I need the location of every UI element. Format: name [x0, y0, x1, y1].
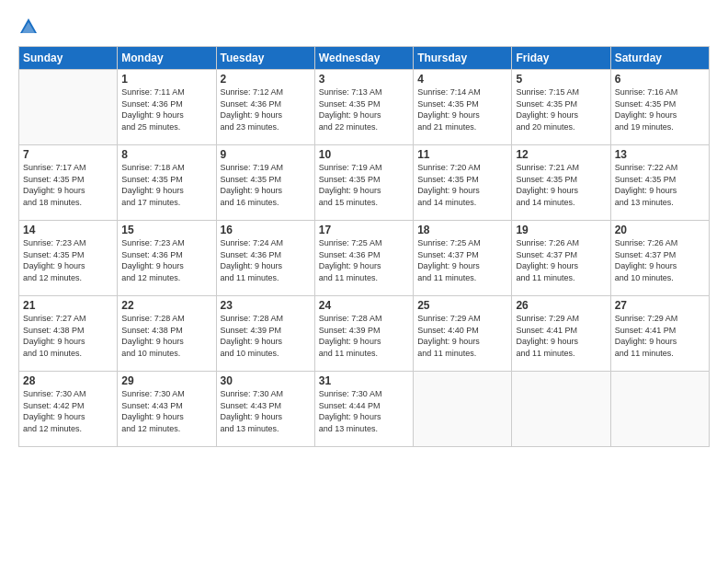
day-info: Sunrise: 7:29 AM Sunset: 4:41 PM Dayligh…: [516, 313, 606, 359]
day-number: 30: [221, 374, 311, 387]
day-cell: 22Sunrise: 7:28 AM Sunset: 4:38 PM Dayli…: [118, 296, 216, 372]
day-cell: 6Sunrise: 7:16 AM Sunset: 4:35 PM Daylig…: [610, 70, 709, 145]
day-cell: 15Sunrise: 7:23 AM Sunset: 4:36 PM Dayli…: [118, 221, 216, 296]
day-cell: 5Sunrise: 7:15 AM Sunset: 4:35 PM Daylig…: [512, 70, 610, 145]
day-cell: 23Sunrise: 7:28 AM Sunset: 4:39 PM Dayli…: [216, 296, 314, 372]
day-number: 3: [319, 73, 409, 86]
day-number: 18: [417, 224, 507, 236]
day-info: Sunrise: 7:30 AM Sunset: 4:43 PM Dayligh…: [221, 388, 311, 434]
day-info: Sunrise: 7:23 AM Sunset: 4:35 PM Dayligh…: [23, 237, 113, 283]
day-info: Sunrise: 7:28 AM Sunset: 4:39 PM Dayligh…: [221, 313, 311, 359]
week-row-4: 28Sunrise: 7:30 AM Sunset: 4:42 PM Dayli…: [19, 372, 710, 447]
day-number: 28: [23, 374, 113, 387]
day-info: Sunrise: 7:25 AM Sunset: 4:36 PM Dayligh…: [319, 237, 409, 283]
day-cell: 20Sunrise: 7:26 AM Sunset: 4:37 PM Dayli…: [610, 221, 709, 296]
day-number: 14: [23, 224, 113, 236]
day-number: 23: [221, 299, 311, 312]
day-number: 8: [121, 148, 211, 161]
day-cell: 13Sunrise: 7:22 AM Sunset: 4:35 PM Dayli…: [610, 145, 709, 221]
day-cell: 25Sunrise: 7:29 AM Sunset: 4:40 PM Dayli…: [414, 296, 512, 372]
weekday-header-sunday: Sunday: [19, 47, 118, 70]
day-number: 19: [516, 224, 606, 236]
day-number: 26: [516, 299, 606, 312]
day-number: 5: [516, 73, 606, 86]
day-info: Sunrise: 7:29 AM Sunset: 4:41 PM Dayligh…: [615, 313, 705, 359]
day-info: Sunrise: 7:23 AM Sunset: 4:36 PM Dayligh…: [121, 237, 211, 283]
day-cell: 24Sunrise: 7:28 AM Sunset: 4:39 PM Dayli…: [314, 296, 413, 372]
weekday-header-monday: Monday: [118, 47, 216, 70]
day-cell: 28Sunrise: 7:30 AM Sunset: 4:42 PM Dayli…: [19, 372, 118, 447]
logo-icon: [18, 17, 39, 37]
day-info: Sunrise: 7:21 AM Sunset: 4:35 PM Dayligh…: [516, 162, 606, 208]
day-cell: 4Sunrise: 7:14 AM Sunset: 4:35 PM Daylig…: [414, 70, 512, 145]
day-cell: 8Sunrise: 7:18 AM Sunset: 4:35 PM Daylig…: [118, 145, 216, 221]
day-number: 1: [121, 73, 211, 86]
day-cell: 16Sunrise: 7:24 AM Sunset: 4:36 PM Dayli…: [216, 221, 314, 296]
weekday-header-saturday: Saturday: [610, 47, 709, 70]
day-number: 20: [615, 224, 705, 236]
day-number: 4: [417, 73, 507, 86]
weekday-header-thursday: Thursday: [414, 47, 512, 70]
day-number: 7: [23, 148, 113, 161]
day-cell: 2Sunrise: 7:12 AM Sunset: 4:36 PM Daylig…: [216, 70, 314, 145]
day-info: Sunrise: 7:11 AM Sunset: 4:36 PM Dayligh…: [121, 86, 211, 132]
day-info: Sunrise: 7:17 AM Sunset: 4:35 PM Dayligh…: [23, 162, 113, 208]
day-cell: 31Sunrise: 7:30 AM Sunset: 4:44 PM Dayli…: [314, 372, 413, 447]
day-cell: 21Sunrise: 7:27 AM Sunset: 4:38 PM Dayli…: [19, 296, 118, 372]
day-number: 17: [319, 224, 409, 236]
day-info: Sunrise: 7:24 AM Sunset: 4:36 PM Dayligh…: [221, 237, 311, 283]
day-info: Sunrise: 7:14 AM Sunset: 4:35 PM Dayligh…: [417, 86, 507, 132]
day-cell: 7Sunrise: 7:17 AM Sunset: 4:35 PM Daylig…: [19, 145, 118, 221]
weekday-header-wednesday: Wednesday: [314, 47, 413, 70]
day-info: Sunrise: 7:30 AM Sunset: 4:42 PM Dayligh…: [23, 388, 113, 434]
day-cell: 3Sunrise: 7:13 AM Sunset: 4:35 PM Daylig…: [314, 70, 413, 145]
week-row-3: 21Sunrise: 7:27 AM Sunset: 4:38 PM Dayli…: [19, 296, 710, 372]
day-info: Sunrise: 7:19 AM Sunset: 4:35 PM Dayligh…: [319, 162, 409, 208]
day-cell: 10Sunrise: 7:19 AM Sunset: 4:35 PM Dayli…: [314, 145, 413, 221]
day-cell: 9Sunrise: 7:19 AM Sunset: 4:35 PM Daylig…: [216, 145, 314, 221]
day-number: 27: [615, 299, 705, 312]
day-number: 6: [615, 73, 705, 86]
day-info: Sunrise: 7:15 AM Sunset: 4:35 PM Dayligh…: [516, 86, 606, 132]
day-cell: 1Sunrise: 7:11 AM Sunset: 4:36 PM Daylig…: [118, 70, 216, 145]
day-number: 11: [417, 148, 507, 161]
day-info: Sunrise: 7:29 AM Sunset: 4:40 PM Dayligh…: [417, 313, 507, 359]
day-cell: [512, 372, 610, 447]
day-cell: [414, 372, 512, 447]
day-number: 12: [516, 148, 606, 161]
day-cell: 17Sunrise: 7:25 AM Sunset: 4:36 PM Dayli…: [314, 221, 413, 296]
day-info: Sunrise: 7:28 AM Sunset: 4:39 PM Dayligh…: [319, 313, 409, 359]
logo: [18, 15, 40, 37]
day-info: Sunrise: 7:26 AM Sunset: 4:37 PM Dayligh…: [615, 237, 705, 283]
week-row-0: 1Sunrise: 7:11 AM Sunset: 4:36 PM Daylig…: [19, 70, 710, 145]
day-number: 2: [221, 73, 311, 86]
weekday-header-tuesday: Tuesday: [216, 47, 314, 70]
day-cell: 19Sunrise: 7:26 AM Sunset: 4:37 PM Dayli…: [512, 221, 610, 296]
calendar-table: SundayMondayTuesdayWednesdayThursdayFrid…: [18, 46, 710, 447]
day-cell: [19, 70, 118, 145]
day-info: Sunrise: 7:18 AM Sunset: 4:35 PM Dayligh…: [121, 162, 211, 208]
day-number: 16: [221, 224, 311, 236]
day-cell: 26Sunrise: 7:29 AM Sunset: 4:41 PM Dayli…: [512, 296, 610, 372]
day-info: Sunrise: 7:13 AM Sunset: 4:35 PM Dayligh…: [319, 86, 409, 132]
day-number: 29: [121, 374, 211, 387]
day-info: Sunrise: 7:26 AM Sunset: 4:37 PM Dayligh…: [516, 237, 606, 283]
day-number: 25: [417, 299, 507, 312]
day-cell: 30Sunrise: 7:30 AM Sunset: 4:43 PM Dayli…: [216, 372, 314, 447]
day-cell: 27Sunrise: 7:29 AM Sunset: 4:41 PM Dayli…: [610, 296, 709, 372]
day-number: 10: [319, 148, 409, 161]
day-info: Sunrise: 7:30 AM Sunset: 4:43 PM Dayligh…: [121, 388, 211, 434]
day-info: Sunrise: 7:19 AM Sunset: 4:35 PM Dayligh…: [221, 162, 311, 208]
day-info: Sunrise: 7:12 AM Sunset: 4:36 PM Dayligh…: [221, 86, 311, 132]
day-info: Sunrise: 7:27 AM Sunset: 4:38 PM Dayligh…: [23, 313, 113, 359]
header: [18, 15, 710, 37]
day-info: Sunrise: 7:25 AM Sunset: 4:37 PM Dayligh…: [417, 237, 507, 283]
day-cell: [610, 372, 709, 447]
day-cell: 18Sunrise: 7:25 AM Sunset: 4:37 PM Dayli…: [414, 221, 512, 296]
day-cell: 14Sunrise: 7:23 AM Sunset: 4:35 PM Dayli…: [19, 221, 118, 296]
weekday-header-friday: Friday: [512, 47, 610, 70]
day-number: 13: [615, 148, 705, 161]
day-number: 24: [319, 299, 409, 312]
day-info: Sunrise: 7:30 AM Sunset: 4:44 PM Dayligh…: [319, 388, 409, 434]
page: SundayMondayTuesdayWednesdayThursdayFrid…: [0, 0, 728, 563]
